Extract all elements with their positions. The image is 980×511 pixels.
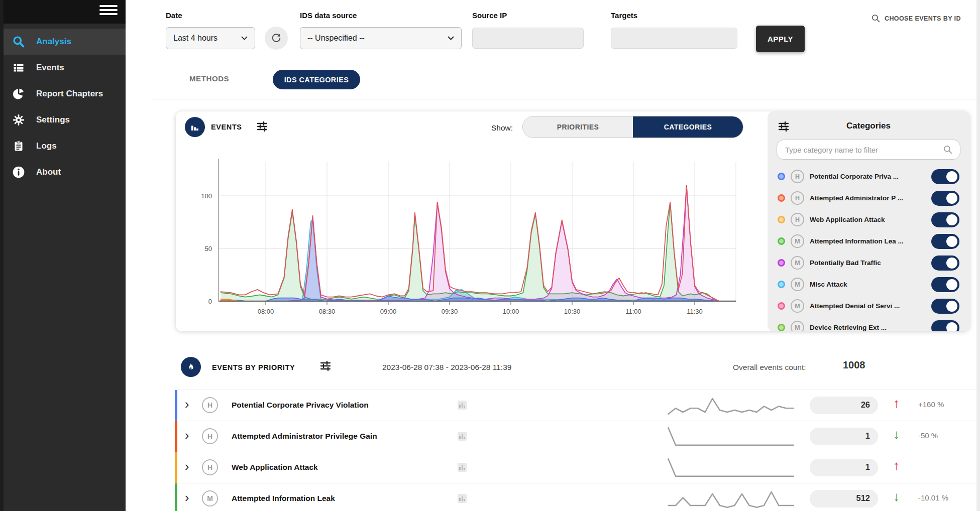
tune-filter-icon[interactable]: [256, 120, 268, 135]
sidebar-item-events[interactable]: Events: [0, 55, 126, 81]
apply-button[interactable]: APPLY: [756, 26, 805, 52]
tab-methods[interactable]: METHODS: [189, 74, 229, 83]
choose-events-by-id-button[interactable]: CHOOSE EVENTS BY ID: [871, 14, 961, 23]
refresh-button[interactable]: [265, 27, 288, 50]
category-row[interactable]: MAttempted Information Lea ...: [768, 230, 969, 252]
svg-text:09:30: 09:30: [442, 308, 458, 315]
sidebar-item-analysis[interactable]: Analysis: [0, 29, 126, 55]
priority-color-bar: [175, 452, 177, 483]
category-toggle[interactable]: [931, 256, 959, 271]
sparkline: [663, 487, 799, 510]
bar-chart-icon: [185, 117, 205, 137]
ids-source-select[interactable]: -- Unspecified --: [300, 27, 462, 49]
priority-row[interactable]: ›HWeb Application Attack1↑: [175, 452, 980, 483]
category-toggle[interactable]: [931, 212, 959, 227]
svg-text:08:00: 08:00: [258, 308, 274, 315]
categories-list: HPotential Corporate Priva ...HAttempted…: [768, 166, 969, 331]
category-toggle[interactable]: [931, 299, 959, 314]
sidebar-item-logs[interactable]: Logs: [0, 133, 126, 159]
category-filter-input[interactable]: [784, 145, 943, 155]
category-filter-box: [777, 140, 960, 160]
category-row[interactable]: HAttempted Administrator P ...: [768, 187, 969, 209]
mini-bar-chart-icon: [458, 432, 467, 441]
svg-text:0: 0: [208, 298, 212, 305]
category-color-dot: [778, 281, 785, 288]
info-icon: [12, 166, 25, 179]
sidebar-item-label: Events: [36, 63, 64, 73]
toggle-knob: [946, 214, 957, 225]
category-row[interactable]: HPotential Corporate Priva ...: [768, 166, 969, 187]
priority-rows: ›HPotential Corporate Privacy Violation2…: [175, 390, 980, 511]
scrollbar[interactable]: [976, 0, 980, 511]
sidebar-item-label: Settings: [36, 115, 70, 125]
category-color-dot: [778, 302, 785, 310]
toggle-knob: [946, 193, 957, 204]
hamburger-menu-icon[interactable]: [99, 5, 118, 18]
sparkline: [663, 394, 799, 417]
source-ip-input[interactable]: [472, 28, 584, 49]
expand-chevron-icon[interactable]: ›: [185, 459, 189, 474]
sidebar-item-settings[interactable]: Settings: [0, 107, 126, 133]
priority-level-badge: M: [791, 299, 804, 313]
targets-label: Targets: [611, 11, 637, 20]
category-color-dot: [778, 216, 785, 223]
priority-level-badge: H: [791, 170, 804, 183]
svg-text:100: 100: [201, 192, 212, 200]
show-categories-button[interactable]: CATEGORIES: [633, 116, 743, 138]
toggle-knob: [946, 171, 957, 182]
toggle-knob: [946, 258, 957, 269]
category-color-dot: [778, 194, 785, 202]
category-toggle[interactable]: [931, 234, 959, 249]
arrow-down-icon: ↓: [893, 427, 900, 442]
category-label: Potentially Bad Traffic: [810, 259, 926, 267]
events-chart-card: EVENTS Show: PRIORITIES CATEGORIES 08:00…: [176, 111, 969, 331]
gear-icon: [12, 113, 25, 126]
category-row[interactable]: MMisc Attack: [768, 274, 969, 295]
category-row[interactable]: MAttempted Denial of Servi ...: [768, 295, 969, 317]
priority-level-badge: H: [791, 213, 804, 226]
category-toggle[interactable]: [931, 169, 959, 184]
priority-row[interactable]: ›HPotential Corporate Privacy Violation2…: [175, 390, 980, 421]
events-area-chart[interactable]: 08:0008:3009:0009:3010:0010:3011:0011:30…: [181, 148, 764, 323]
category-label: Misc Attack: [810, 281, 926, 288]
expand-chevron-icon[interactable]: ›: [185, 490, 189, 505]
priority-level-badge: M: [791, 234, 804, 248]
sidebar-header: [0, 0, 126, 24]
category-row[interactable]: HWeb Application Attack: [768, 209, 969, 230]
priority-row-title: Web Application Attack: [232, 463, 318, 472]
show-toggle-group: PRIORITIES CATEGORIES: [522, 116, 743, 138]
category-label: Attempted Information Lea ...: [810, 237, 926, 245]
priority-row[interactable]: ›HAttempted Administrator Privilege Gain…: [175, 421, 980, 452]
category-row[interactable]: MDevice Retrieving Ext ...: [768, 317, 969, 331]
toggle-knob: [946, 279, 957, 290]
overall-events-count-label: Overall events count:: [733, 363, 806, 372]
priority-row-title: Potential Corporate Privacy Violation: [232, 401, 369, 410]
priority-level-badge: M: [791, 278, 804, 291]
category-toggle[interactable]: [931, 320, 959, 332]
svg-text:11:00: 11:00: [625, 308, 641, 315]
mini-bar-chart-icon: [458, 463, 467, 472]
targets-input[interactable]: [611, 28, 737, 49]
date-range-text: 2023-06-28 07:38 - 2023-06-28 11:39: [382, 363, 511, 372]
sidebar-item-report-chapters[interactable]: Report Chapters: [0, 81, 126, 107]
toggle-knob: [946, 301, 957, 312]
date-select[interactable]: Last 4 hours: [166, 27, 255, 49]
expand-chevron-icon[interactable]: ›: [185, 428, 189, 443]
sidebar-item-about[interactable]: About: [0, 159, 126, 185]
tab-ids-categories[interactable]: IDS CATEGORIES: [273, 70, 360, 89]
event-count-pill: 1: [810, 459, 878, 476]
svg-text:11:30: 11:30: [687, 308, 703, 315]
category-row[interactable]: MPotentially Bad Traffic: [768, 252, 969, 274]
expand-chevron-icon[interactable]: ›: [185, 397, 189, 412]
tune-filter-icon[interactable]: [319, 360, 332, 374]
svg-text:50: 50: [205, 245, 212, 252]
show-priorities-button[interactable]: PRIORITIES: [523, 116, 633, 138]
arrow-up-icon: ↑: [893, 396, 900, 411]
toggle-knob: [946, 236, 957, 247]
priority-color-bar: [175, 483, 177, 511]
sidebar-item-label: Analysis: [36, 37, 71, 47]
category-toggle[interactable]: [931, 277, 959, 292]
priority-row[interactable]: ›MAttempted Information Leak512↓-10.01 %: [175, 483, 980, 511]
sparkline: [663, 425, 799, 448]
category-toggle[interactable]: [931, 191, 959, 206]
